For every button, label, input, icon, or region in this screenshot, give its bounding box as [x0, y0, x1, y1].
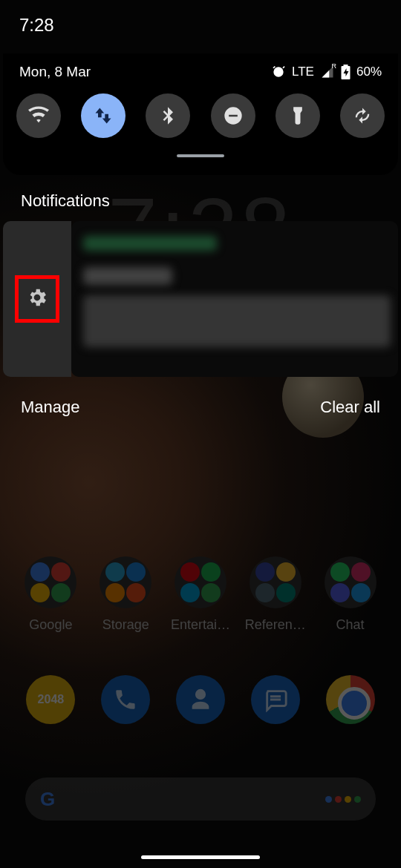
redacted-text: [83, 295, 391, 347]
nav-pill[interactable]: [141, 855, 260, 859]
folder-0[interactable]: Google: [17, 556, 84, 633]
statusbar-time: 7:28: [3, 0, 398, 36]
battery-charging-icon: [341, 65, 351, 79]
dock-messages[interactable]: [251, 675, 300, 724]
clear-all-button[interactable]: Clear all: [320, 398, 380, 417]
folder-label: Google: [17, 617, 84, 633]
folder-3[interactable]: Referen…: [242, 556, 309, 633]
battery-label: 60%: [356, 65, 382, 79]
brightness-handle[interactable]: [177, 154, 224, 157]
screen: 7:28 GoogleStorageEntertai…Referen…Chat …: [0, 0, 401, 868]
quick-settings-panel: Mon, 8 Mar LTE R 60%: [3, 53, 398, 175]
notifications-header: Notifications: [3, 175, 398, 221]
folder-label: Storage: [92, 617, 159, 633]
qs-rotate-tile[interactable]: [340, 93, 385, 138]
qs-flashlight-tile[interactable]: [276, 93, 320, 138]
roaming-badge: R: [331, 62, 336, 70]
assistant-icon[interactable]: [325, 796, 361, 803]
dock-contacts[interactable]: [176, 675, 225, 724]
dock: 2048: [0, 675, 401, 724]
dock-phone[interactable]: [101, 675, 150, 724]
qs-data-tile[interactable]: [81, 93, 125, 138]
qs-bluetooth-tile[interactable]: [146, 93, 190, 138]
alarm-icon: [271, 65, 286, 79]
folder-label: Entertai…: [167, 617, 234, 633]
notification-swipe-action[interactable]: [3, 221, 71, 377]
dock-chrome[interactable]: [326, 675, 375, 724]
redacted-text: [83, 267, 172, 285]
notification-item[interactable]: [3, 221, 398, 377]
rotate-icon: [352, 105, 373, 126]
notification-card[interactable]: [71, 221, 398, 377]
notification-shade: 7:28 Mon, 8 Mar LTE R 60% Notifications: [3, 0, 398, 426]
data-icon: [93, 105, 114, 126]
search-bar[interactable]: G: [25, 777, 376, 821]
dnd-icon: [223, 105, 244, 126]
folder-label: Referen…: [242, 617, 309, 633]
folder-2[interactable]: Entertai…: [167, 556, 234, 633]
highlight-box: [15, 275, 59, 323]
qs-status-icons: LTE R 60%: [271, 65, 382, 79]
qs-dnd-tile[interactable]: [211, 93, 255, 138]
wifi-icon: [28, 105, 49, 126]
redacted-text: [83, 236, 217, 251]
folder-1[interactable]: Storage: [92, 556, 159, 633]
flashlight-icon: [287, 105, 308, 126]
google-logo-icon: G: [40, 788, 55, 811]
network-label: LTE: [292, 65, 314, 79]
qs-tiles: [16, 93, 385, 138]
gear-icon[interactable]: [26, 286, 48, 309]
qs-wifi-tile[interactable]: [16, 93, 61, 138]
folder-4[interactable]: Chat: [317, 556, 384, 633]
manage-button[interactable]: Manage: [21, 398, 80, 417]
folder-row: GoogleStorageEntertai…Referen…Chat: [0, 556, 401, 633]
qs-date: Mon, 8 Mar: [19, 64, 91, 80]
dock-2048[interactable]: 2048: [26, 675, 75, 724]
bluetooth-icon: [157, 105, 178, 126]
folder-label: Chat: [317, 617, 384, 633]
